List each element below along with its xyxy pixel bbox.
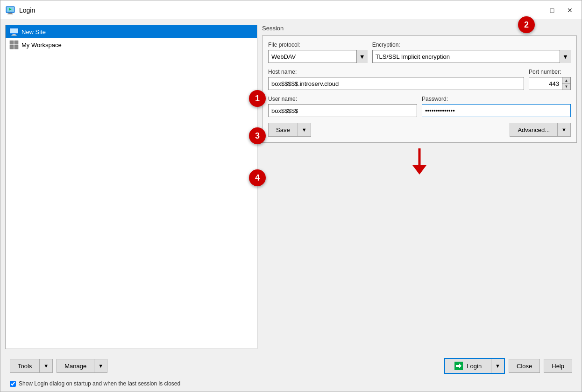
- manage-dropdown-button[interactable]: ▼: [94, 359, 107, 373]
- manage-button[interactable]: Manage: [57, 359, 94, 373]
- svg-rect-7: [13, 34, 16, 35]
- password-label: Password:: [422, 96, 571, 102]
- checkbox-row: Show Login dialog on startup and when th…: [5, 378, 577, 390]
- window-title: Login: [19, 7, 527, 14]
- bottom-left: Tools ▼ Manage ▼: [10, 359, 107, 373]
- tools-dropdown-button[interactable]: ▼: [40, 359, 53, 373]
- new-site-label: New Site: [21, 28, 46, 35]
- svg-rect-10: [14, 41, 18, 44]
- minimize-button[interactable]: —: [527, 5, 541, 15]
- login-btn-group: Login ▼: [444, 358, 505, 374]
- svg-rect-1: [8, 13, 12, 14]
- checkbox-label: Show Login dialog on startup and when th…: [19, 380, 180, 387]
- title-bar: Login — □ ✕: [0, 0, 582, 20]
- site-list-item-my-workspace[interactable]: My Workspace: [6, 38, 257, 51]
- action-row: Save ▼ Advanced... ▼: [268, 123, 571, 137]
- site-list-panel: New Site My Workspace: [5, 25, 257, 349]
- save-dropdown-button[interactable]: ▼: [298, 123, 311, 137]
- encryption-group: Encryption: TLS/SSL Implicit encryption …: [372, 42, 571, 63]
- username-input[interactable]: [268, 104, 417, 117]
- password-input[interactable]: [422, 104, 571, 117]
- encryption-select[interactable]: TLS/SSL Implicit encryption None TLS/SSL…: [372, 50, 571, 63]
- login-label: Login: [467, 363, 482, 370]
- svg-rect-2: [7, 14, 13, 14]
- file-protocol-group: File protocol: WebDAV FTP SFTP SCP S3 ▼: [268, 42, 368, 63]
- dialog-close-button[interactable]: Close: [509, 359, 540, 373]
- help-button[interactable]: Help: [544, 359, 572, 373]
- port-down-button[interactable]: ▼: [562, 84, 570, 90]
- encryption-select-wrap: TLS/SSL Implicit encryption None TLS/SSL…: [372, 50, 571, 63]
- login-window: Login — □ ✕ New Site: [0, 0, 582, 392]
- site-list-item-new-site[interactable]: New Site: [6, 25, 257, 38]
- hostname-group: Host name:: [268, 69, 524, 90]
- port-up-button[interactable]: ▲: [562, 77, 570, 84]
- file-protocol-select[interactable]: WebDAV FTP SFTP SCP S3: [268, 50, 368, 63]
- login-dropdown-button[interactable]: ▼: [491, 359, 504, 373]
- hostname-row: Host name: Port number: ▲ ▼: [268, 69, 571, 90]
- red-arrow-icon: [408, 147, 431, 175]
- maximize-button[interactable]: □: [545, 5, 559, 15]
- port-spinners: ▲ ▼: [562, 77, 570, 90]
- file-protocol-label: File protocol:: [268, 42, 368, 48]
- close-button[interactable]: ✕: [563, 5, 577, 15]
- hostname-input[interactable]: [268, 77, 524, 90]
- password-group: Password:: [422, 96, 571, 117]
- port-label: Port number:: [529, 69, 571, 75]
- encryption-label: Encryption:: [372, 42, 571, 48]
- workspace-icon: [9, 40, 19, 49]
- port-input[interactable]: [529, 77, 562, 90]
- login-arrow-icon: [455, 363, 462, 369]
- svg-marker-16: [459, 364, 461, 368]
- show-login-checkbox[interactable]: [10, 381, 16, 387]
- main-content: New Site My Workspace 1 2 3 4 Session: [0, 20, 582, 354]
- window-controls: — □ ✕: [527, 5, 577, 15]
- advanced-btn-group: Advanced... ▼: [510, 123, 571, 137]
- login-button[interactable]: Login: [445, 359, 491, 373]
- login-icon: [454, 362, 463, 370]
- port-wrap: ▲ ▼: [529, 77, 571, 90]
- credentials-row: User name: Password:: [268, 96, 571, 117]
- red-arrow-container: [262, 147, 577, 175]
- monitor-icon: [9, 27, 19, 36]
- session-title: Session: [262, 25, 577, 32]
- tools-button[interactable]: Tools: [10, 359, 40, 373]
- manage-btn-group: Manage ▼: [57, 359, 107, 373]
- advanced-dropdown-button[interactable]: ▼: [558, 123, 571, 137]
- tools-btn-group: Tools ▼: [10, 359, 53, 373]
- app-icon: [5, 5, 15, 15]
- advanced-button[interactable]: Advanced...: [510, 123, 558, 137]
- svg-rect-12: [14, 45, 18, 49]
- bottom-bar: Tools ▼ Manage ▼: [5, 354, 577, 378]
- session-panel: 1 2 3 4 Session File protocol: WebDAV FT…: [262, 25, 577, 349]
- save-button[interactable]: Save: [268, 123, 298, 137]
- port-group: Port number: ▲ ▼: [529, 69, 571, 90]
- hostname-label: Host name:: [268, 69, 524, 75]
- my-workspace-label: My Workspace: [21, 42, 62, 49]
- svg-rect-6: [10, 28, 18, 33]
- username-label: User name:: [268, 96, 417, 102]
- bottom-section: Tools ▼ Manage ▼: [0, 354, 582, 392]
- bottom-right: Login ▼ Close Help: [444, 358, 572, 374]
- username-group: User name:: [268, 96, 417, 117]
- save-btn-group: Save ▼: [268, 123, 311, 137]
- svg-rect-15: [456, 365, 460, 367]
- svg-marker-14: [412, 165, 426, 175]
- file-protocol-select-wrap: WebDAV FTP SFTP SCP S3 ▼: [268, 50, 368, 63]
- protocol-row: File protocol: WebDAV FTP SFTP SCP S3 ▼: [268, 42, 571, 63]
- session-box: File protocol: WebDAV FTP SFTP SCP S3 ▼: [262, 35, 577, 143]
- svg-rect-9: [10, 41, 14, 44]
- svg-rect-11: [10, 45, 14, 49]
- svg-rect-8: [12, 35, 17, 36]
